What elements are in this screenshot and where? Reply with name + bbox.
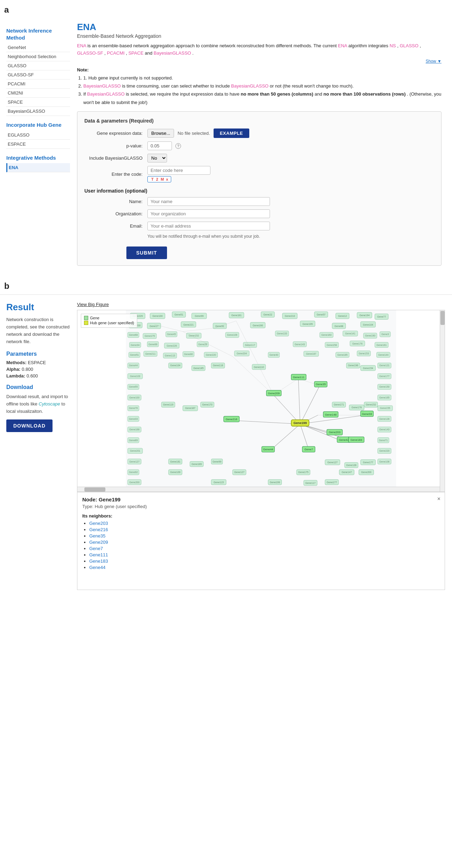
- svg-text:Gene104: Gene104: [363, 324, 373, 326]
- svg-text:Gene3: Gene3: [381, 333, 389, 336]
- download-button[interactable]: DOWNLOAD: [6, 419, 53, 432]
- bayesian-select[interactable]: No Yes: [147, 154, 167, 162]
- sidebar-item-glasso[interactable]: GLASSO: [6, 61, 70, 70]
- name-input[interactable]: [147, 197, 270, 206]
- list-item: Gene203: [89, 521, 440, 526]
- download-title: Download: [6, 384, 70, 390]
- param-lambda: Lambda: 0.600: [6, 373, 70, 379]
- node-info-close-button[interactable]: ×: [437, 496, 440, 502]
- svg-text:Gene117: Gene117: [245, 344, 255, 347]
- result-sidebar: Result Network construction is completed…: [0, 298, 70, 593]
- svg-text:Gene34: Gene34: [131, 344, 139, 347]
- neighbor-gene209[interactable]: Gene209: [89, 540, 108, 545]
- code-input[interactable]: [147, 166, 210, 175]
- vertical-scrollbar[interactable]: [440, 310, 445, 492]
- svg-text:Gene80: Gene80: [184, 353, 193, 356]
- sidebar-item-espace[interactable]: ESPACE: [6, 140, 70, 149]
- svg-text:Gene133: Gene133: [277, 332, 287, 335]
- svg-text:Gene196: Gene196: [348, 364, 358, 367]
- node-info-panel: × Node: Gene199 Type: Hub gene (user spe…: [77, 492, 445, 590]
- svg-text:Gene57: Gene57: [317, 313, 326, 316]
- sidebar-a: Network Inference Method GeneNet Neighbo…: [0, 18, 70, 273]
- svg-text:Gene144: Gene144: [378, 354, 388, 356]
- svg-text:Gene17: Gene17: [149, 325, 158, 328]
- svg-text:Gene199: Gene199: [270, 481, 280, 484]
- param-methods: Methods: ESPACE: [6, 360, 70, 365]
- neighbor-gene7[interactable]: Gene7: [89, 546, 103, 551]
- sidebar-item-neighborhood[interactable]: Neighborhood Selection: [6, 52, 70, 61]
- org-input[interactable]: [147, 209, 270, 218]
- sidebar-item-genenet[interactable]: GeneNet: [6, 43, 70, 52]
- svg-text:Gene161: Gene161: [376, 344, 387, 347]
- note-box: Note: 1. Hub gene input currently is not…: [77, 67, 441, 107]
- sidebar-item-glasso-sf[interactable]: GLASSO-SF: [6, 70, 70, 79]
- captcha-close[interactable]: x: [166, 177, 169, 181]
- param-alpha-value: 0.800: [22, 367, 33, 372]
- svg-text:Gene143: Gene143: [379, 428, 389, 431]
- browse-button[interactable]: Browse...: [147, 129, 174, 138]
- sidebar-item-bayesian[interactable]: BayesianGLASSO: [6, 107, 70, 116]
- svg-text:Gene109: Gene109: [227, 334, 237, 336]
- svg-text:Gene109: Gene109: [170, 471, 180, 474]
- svg-text:Gene220: Gene220: [206, 354, 216, 356]
- svg-text:Gene113: Gene113: [165, 354, 175, 357]
- svg-text:Gene160: Gene160: [321, 334, 332, 336]
- sidebar-item-pcacmi[interactable]: PCACMI: [6, 79, 70, 89]
- svg-text:Gene29: Gene29: [198, 343, 207, 346]
- example-button[interactable]: EXAMPLE: [214, 129, 249, 138]
- email-input[interactable]: [147, 222, 270, 230]
- svg-text:Gene118: Gene118: [213, 364, 223, 367]
- neighbor-gene44[interactable]: Gene44: [89, 565, 105, 570]
- ena-glasso-link: GLASSO: [400, 43, 418, 48]
- captcha-text: T 2 M: [151, 177, 165, 181]
- svg-text:Gene216: Gene216: [226, 418, 238, 421]
- svg-text:Gene183: Gene183: [350, 438, 362, 442]
- neighbor-list: Gene203 Gene216 Gene35 Gene209 Gene7 Gen…: [82, 521, 440, 570]
- ena-glasso-sf-link: GLASSO-SF: [77, 50, 103, 56]
- svg-text:Gene203: Gene203: [329, 431, 341, 434]
- legend-gene-label: Gene: [90, 316, 99, 320]
- ena-link-2: ENA: [338, 43, 347, 48]
- view-big-figure-link[interactable]: View Big Figure: [77, 302, 109, 307]
- sidebar-item-cmi2ni[interactable]: CMI2NI: [6, 89, 70, 98]
- list-item: Gene111: [89, 552, 440, 557]
- ena-description: ENA is an ensemble-based network aggrega…: [77, 42, 441, 57]
- svg-text:Gene115: Gene115: [214, 481, 224, 484]
- neighbor-gene111[interactable]: Gene111: [89, 552, 108, 557]
- list-item: Gene7: [89, 546, 440, 551]
- node-info-type: Type: Hub gene (user specified): [82, 504, 440, 509]
- horizontal-scrollbar[interactable]: [77, 487, 440, 492]
- sidebar-item-eglasso[interactable]: EGLASSO: [6, 131, 70, 140]
- list-item: Gene44: [89, 565, 440, 570]
- legend-gene: Gene: [84, 316, 134, 320]
- svg-text:Gene152: Gene152: [366, 403, 376, 406]
- ena-comma-2: ,: [420, 43, 421, 48]
- svg-text:Gene40: Gene40: [269, 354, 278, 356]
- note3-bold2: no more than 100 observations (rows): [324, 91, 406, 97]
- email-row: Email:: [84, 222, 434, 230]
- section-b-label: b: [0, 276, 452, 291]
- legend-hub-color: [84, 321, 88, 325]
- neighbor-gene203[interactable]: Gene203: [89, 521, 108, 526]
- name-row: Name:: [84, 197, 434, 206]
- neighbor-gene35[interactable]: Gene35: [89, 533, 105, 539]
- pvalue-input[interactable]: [147, 141, 172, 150]
- sidebar-item-space[interactable]: SPACE: [6, 98, 70, 107]
- svg-text:Gene71: Gene71: [379, 439, 388, 442]
- ena-ns-link: NS: [390, 43, 396, 48]
- scrollbar-thumb-h[interactable]: [84, 487, 105, 492]
- svg-text:Gene181: Gene181: [231, 314, 242, 317]
- show-link[interactable]: Show ▼: [426, 59, 441, 64]
- neighbor-gene216[interactable]: Gene216: [89, 527, 108, 532]
- svg-text:Gene89: Gene89: [129, 439, 138, 442]
- neighbor-gene183[interactable]: Gene183: [89, 558, 108, 564]
- svg-text:Gene152: Gene152: [189, 334, 199, 337]
- note3-prefix: If: [83, 91, 87, 97]
- submit-button[interactable]: SUBMIT: [126, 246, 167, 259]
- svg-text:Gene171: Gene171: [334, 403, 344, 406]
- svg-text:Gene51: Gene51: [130, 354, 139, 356]
- scrollbar-thumb-v[interactable]: [440, 311, 445, 325]
- help-icon[interactable]: ?: [175, 143, 181, 149]
- sidebar-item-ena[interactable]: ENA: [6, 163, 70, 172]
- user-info-title: User information (optional): [84, 188, 434, 194]
